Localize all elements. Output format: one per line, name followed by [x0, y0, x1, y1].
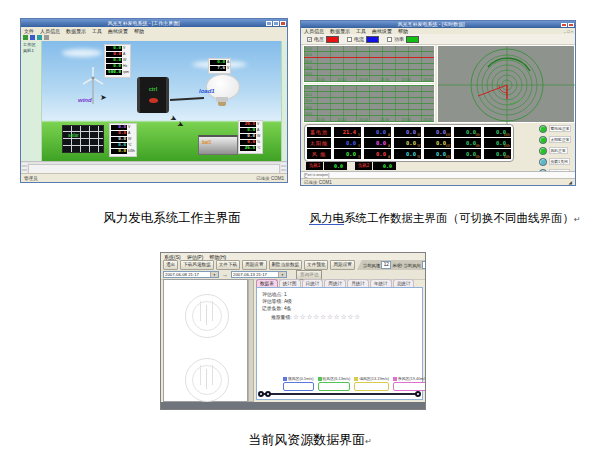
toolbar-button[interactable]: 文件下载 — [216, 260, 240, 270]
toolbar-button[interactable]: 周期设置 — [242, 260, 266, 270]
close-button[interactable] — [561, 23, 567, 27]
zone-color-swatch — [354, 377, 358, 381]
curve-color-swatch — [326, 36, 339, 43]
resize-grip[interactable]: ◢ — [569, 180, 572, 185]
wind-speed-label: 当前风速 — [363, 263, 381, 268]
report-preview-panel — [163, 279, 248, 402]
status-indicator: 蓄电池正常 — [539, 125, 571, 133]
maximize-button[interactable] — [273, 21, 279, 26]
lcd-unit: A — [257, 128, 259, 133]
form-value: A级 — [284, 299, 292, 304]
y-tick: 10.0 — [305, 112, 312, 116]
close-button[interactable] — [280, 21, 286, 26]
paragraph-mark: ↵ — [574, 215, 581, 224]
caption-win1: 风力发电系统工作主界面 — [42, 210, 302, 227]
zone-value-box — [318, 382, 351, 391]
wind-speed-value: 12 — [381, 261, 391, 269]
date-from-value: 2007-06-08 21:17 — [164, 272, 210, 277]
curve-legend-item[interactable]: 功率 — [387, 36, 419, 43]
zone-value-box — [283, 382, 314, 391]
chart-icon[interactable] — [37, 35, 42, 40]
connect-icon[interactable] — [23, 35, 28, 40]
menu-item[interactable]: 人员信息 — [37, 28, 63, 34]
win2-title: 风光互补发电系统 - [实时数据] — [301, 21, 561, 28]
dropdown-arrow-icon[interactable]: ▾ — [210, 272, 218, 277]
toolbar-button[interactable]: 退出 — [163, 260, 178, 270]
meter-value: 0.0 — [466, 149, 476, 159]
meter-cell: 0.0 Wh — [454, 138, 481, 148]
rating-line: 推荐量级: ☆☆☆☆☆☆☆☆☆☆ — [271, 313, 361, 321]
meter-unit: kW — [446, 134, 450, 138]
curve-legend-item[interactable]: ✓ 电压 — [307, 36, 339, 43]
toolbar-button[interactable]: 删除当前数据 — [269, 260, 303, 270]
meter-cell: 0.0 kWh — [484, 138, 511, 148]
wind-zone-top: 轻风区(6-13m/s) — [318, 376, 351, 381]
menu-item[interactable]: 工具 — [89, 28, 105, 34]
checkbox[interactable] — [387, 37, 392, 42]
indicator-label: 太阳能正常 — [549, 136, 572, 143]
menu-item[interactable]: 数据显示 — [63, 28, 89, 34]
menu-item[interactable]: 曲线设置 — [105, 28, 131, 34]
lcd-unit: ℃ — [128, 143, 132, 148]
meter-row-labels: 蓄电池 太阳能 风 能 — [307, 127, 331, 159]
settings-icon[interactable] — [44, 35, 49, 40]
curve-color-swatch — [406, 36, 419, 43]
wind-zone-legend: 微风区(0-5m/s) 轻风区(6-13m/s) — [283, 376, 418, 391]
load-meter-label: 负载2 — [355, 162, 372, 170]
y-tick: 10.0 — [305, 72, 312, 76]
scope-chart-top: 50.040.030.020.010.0 21:1021:1221:1421:1… — [303, 45, 435, 83]
current-wind-readout: 当前风速 12 米/秒 当前风向 0 度 — [357, 260, 426, 270]
scene-view: wind ctrl load1 solar bat1 — [42, 41, 281, 161]
x-tick: 21:10 — [316, 118, 325, 122]
menu-item[interactable]: 帮助 — [131, 28, 147, 34]
slider-handle-left2[interactable] — [265, 391, 271, 397]
vertical-scrollbar[interactable] — [248, 279, 254, 402]
arrow-right-icon: → — [222, 272, 228, 278]
minimize-button[interactable] — [266, 21, 272, 26]
lcd-unit: W — [128, 137, 131, 142]
x-tick: 21:16 — [380, 118, 389, 122]
meter-value: 0.0 — [346, 138, 356, 148]
meter-value: 0.0 — [376, 138, 386, 148]
wind-zone-item: 疾风区(19-40m/s) — [393, 376, 426, 391]
menu-item[interactable]: 系统(S) — [161, 254, 184, 260]
win1-right-sidebar — [281, 41, 287, 161]
wind-zone-item: 轻风区(6-13m/s) — [318, 376, 351, 391]
toolbar-button[interactable]: 下载风速数据 — [180, 260, 214, 270]
battery-meter-panel: 20.5 V 0.0 A 0.0 W — [238, 120, 263, 154]
win2-statusbar: 已连接 COM1 ◢ — [301, 178, 575, 185]
query-button[interactable]: 查询评估 — [296, 270, 322, 280]
meter-table-group: 蓄电池 太阳能 风 能 21.4 V 0.0 A — [304, 124, 514, 162]
menu-item[interactable]: 帮助(H) — [206, 254, 229, 260]
load-meter: 负载2 0.0 — [355, 162, 396, 170]
slider-handle-right[interactable] — [415, 391, 421, 397]
status-indicator-column: 蓄电池正常 太阳能正常 风机正常 负载1关闭 — [539, 125, 571, 177]
tree-item[interactable]: 风机1 — [21, 47, 41, 53]
curve-legend-item[interactable]: 电流 — [347, 36, 379, 43]
x-tick: 21:18 — [402, 78, 411, 82]
menu-item[interactable]: 评估(P) — [184, 254, 207, 260]
close-button[interactable] — [568, 23, 574, 27]
lcd-unit: Hz — [123, 64, 127, 69]
mdi-window-controls[interactable]: – □ × — [564, 29, 575, 34]
time-range-slider[interactable] — [260, 393, 419, 395]
checkbox[interactable] — [347, 37, 352, 42]
lcd-unit: V — [123, 46, 125, 51]
menu-item[interactable]: 文件 — [21, 28, 37, 34]
meter-unit: Wh — [476, 134, 481, 138]
solar-label: solar — [68, 133, 79, 138]
meter-unit: Wh — [476, 156, 481, 160]
window-main-ui: 风光互补发电系统 - [工作主界面] 文件 人员信息 数据显示 工具 曲线设置 … — [20, 18, 288, 183]
date-to-combobox[interactable]: 2007-06-13 21:17 ▾ — [231, 271, 287, 278]
dropdown-arrow-icon[interactable]: ▾ — [278, 272, 286, 277]
indicator-dot — [539, 136, 547, 144]
toolbar-button[interactable]: 周期设置 — [330, 260, 354, 270]
data-icon[interactable] — [30, 35, 35, 40]
date-from-combobox[interactable]: 2007-06-08 21:17 ▾ — [163, 271, 219, 278]
wind-zone-item: 微风区(0-5m/s) — [283, 376, 314, 391]
checkbox[interactable]: ✓ — [307, 37, 312, 42]
toolbar-button[interactable]: 文件预览 — [304, 260, 328, 270]
slider-handle-left[interactable] — [258, 391, 264, 397]
meter-cell: 0.0 kW — [424, 138, 451, 148]
zone-label: 疾风区(19-40m/s) — [398, 376, 426, 381]
